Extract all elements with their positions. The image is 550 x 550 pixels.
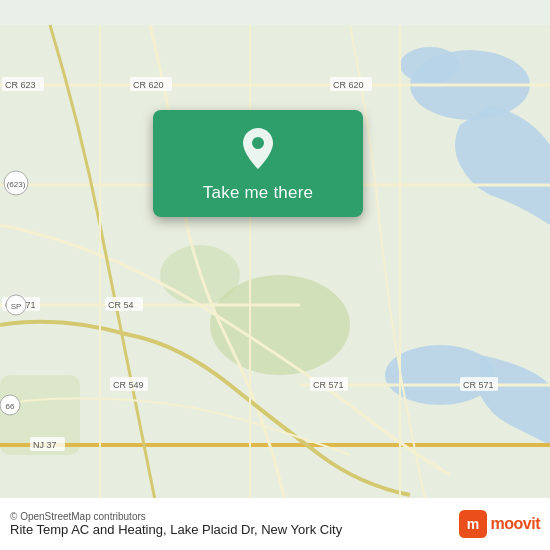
svg-text:CR 571: CR 571	[313, 380, 344, 390]
bottom-bar: © OpenStreetMap contributors Rite Temp A…	[0, 498, 550, 550]
pin-icon-wrapper	[239, 126, 277, 175]
take-me-there-button[interactable]: Take me there	[203, 183, 313, 203]
svg-point-2	[400, 47, 460, 83]
svg-point-39	[252, 137, 264, 149]
svg-text:CR 54: CR 54	[108, 300, 134, 310]
moovit-wordmark: moovit	[491, 515, 540, 533]
svg-text:CR 620: CR 620	[333, 80, 364, 90]
svg-text:m: m	[466, 516, 478, 532]
moovit-brand-icon: m	[459, 510, 487, 538]
svg-text:CR 571: CR 571	[463, 380, 494, 390]
svg-text:NJ 37: NJ 37	[33, 440, 57, 450]
location-name: Rite Temp AC and Heating, Lake Placid Dr…	[10, 522, 342, 537]
location-pin-icon	[239, 126, 277, 171]
svg-text:(623): (623)	[7, 180, 26, 189]
copyright-text: © OpenStreetMap contributors	[10, 511, 342, 522]
bottom-left: © OpenStreetMap contributors Rite Temp A…	[10, 511, 342, 537]
svg-text:CR 620: CR 620	[133, 80, 164, 90]
svg-text:CR 623: CR 623	[5, 80, 36, 90]
svg-text:CR 549: CR 549	[113, 380, 144, 390]
map-background: CR 623 CR 620 CR 620 CR 54 CR 571 CR 549…	[0, 0, 550, 550]
map-container: CR 623 CR 620 CR 620 CR 54 CR 571 CR 549…	[0, 0, 550, 550]
svg-text:66: 66	[6, 402, 15, 411]
popup-card: Take me there	[153, 110, 363, 217]
svg-text:SP: SP	[11, 302, 22, 311]
moovit-logo: m moovit	[459, 510, 540, 538]
